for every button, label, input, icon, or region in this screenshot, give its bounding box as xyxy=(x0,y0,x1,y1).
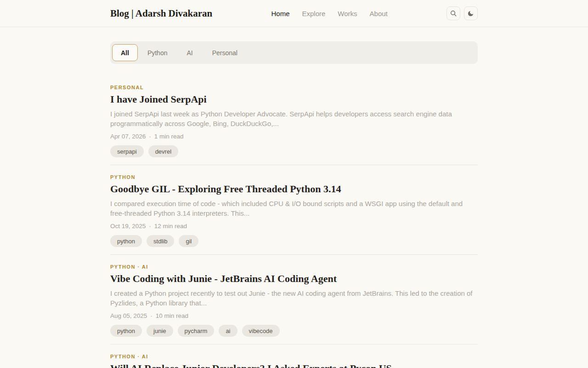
tag-pill[interactable]: python xyxy=(110,235,142,247)
post-category: PYTHON · AI xyxy=(110,353,478,360)
filter-tab-python[interactable]: Python xyxy=(138,44,177,61)
post-title-link[interactable]: I have Joined SerpApi xyxy=(110,93,478,105)
post-title-link[interactable]: Will AI Replace Junior Developers? I Ask… xyxy=(110,362,478,368)
post-title-link[interactable]: Vibe Coding with Junie - JetBrains AI Co… xyxy=(110,273,478,285)
meta-separator: · xyxy=(149,223,151,230)
nav-item-explore[interactable]: Explore xyxy=(302,10,325,17)
meta-separator: · xyxy=(149,133,151,140)
post-title-link[interactable]: Goodbye GIL - Exploring Free Threaded Py… xyxy=(110,183,478,195)
filter-bar: All Python AI Personal xyxy=(110,41,478,64)
post-category: PERSONAL xyxy=(110,84,478,91)
post-read-time: 10 min read xyxy=(156,312,188,320)
nav-item-works[interactable]: Works xyxy=(338,10,357,17)
post-tags: python junie pycharm ai vibecode xyxy=(110,325,478,337)
post-category: PYTHON xyxy=(110,174,478,180)
site-title[interactable]: Blog | Adarsh Divakaran xyxy=(110,8,212,19)
main-content: All Python AI Personal PERSONAL I have J… xyxy=(110,41,478,368)
post-date: Aug 05, 2025 xyxy=(110,312,147,320)
tag-pill[interactable]: vibecode xyxy=(242,325,280,337)
post-meta: Apr 07, 2026 · 1 min read xyxy=(110,133,478,140)
search-button[interactable] xyxy=(447,6,460,20)
main-nav: Home Explore Works About xyxy=(271,10,387,17)
site-header: Blog | Adarsh Divakaran Home Explore Wor… xyxy=(0,0,588,27)
post-excerpt: I joined SerpApi last week as Python Dev… xyxy=(110,109,473,128)
filter-tab-personal[interactable]: Personal xyxy=(203,44,247,61)
post-read-time: 12 min read xyxy=(154,223,187,230)
post-meta: Oct 19, 2025 · 12 min read xyxy=(110,223,478,230)
post-card: PERSONAL I have Joined SerpApi I joined … xyxy=(110,84,478,165)
search-icon xyxy=(450,10,457,17)
post-excerpt: I created a Python project recently to t… xyxy=(110,288,473,308)
tag-pill[interactable]: gil xyxy=(179,235,198,247)
post-list: PERSONAL I have Joined SerpApi I joined … xyxy=(110,84,478,368)
nav-item-about[interactable]: About xyxy=(370,10,388,17)
meta-separator: · xyxy=(150,312,153,320)
tag-pill[interactable]: stdlib xyxy=(147,235,174,247)
post-card: PYTHON · AI Will AI Replace Junior Devel… xyxy=(110,353,478,368)
post-category: PYTHON · AI xyxy=(110,264,478,270)
moon-icon xyxy=(467,10,474,17)
post-date: Oct 19, 2025 xyxy=(110,223,146,230)
tag-pill[interactable]: pycharm xyxy=(178,325,215,337)
tag-pill[interactable]: devrel xyxy=(148,145,178,157)
post-date: Apr 07, 2026 xyxy=(110,133,146,140)
post-meta: Aug 05, 2025 · 10 min read xyxy=(110,312,478,320)
tag-pill[interactable]: python xyxy=(110,325,142,337)
theme-toggle-button[interactable] xyxy=(464,6,478,20)
tag-pill[interactable]: ai xyxy=(219,325,237,337)
post-card: PYTHON Goodbye GIL - Exploring Free Thre… xyxy=(110,174,478,255)
tag-pill[interactable]: junie xyxy=(147,325,173,337)
post-tags: python stdlib gil xyxy=(110,235,478,247)
header-actions xyxy=(447,6,478,20)
post-card: PYTHON · AI Vibe Coding with Junie - Jet… xyxy=(110,264,478,345)
post-tags: serpapi devrel xyxy=(110,145,478,157)
filter-tab-all[interactable]: All xyxy=(112,44,138,61)
tag-pill[interactable]: serpapi xyxy=(110,145,144,157)
nav-item-home[interactable]: Home xyxy=(271,10,289,17)
header-inner: Blog | Adarsh Divakaran Home Explore Wor… xyxy=(110,6,478,20)
filter-tab-ai[interactable]: AI xyxy=(177,44,202,61)
post-read-time: 1 min read xyxy=(154,133,184,140)
post-excerpt: I compared execution time of code - whic… xyxy=(110,199,473,218)
